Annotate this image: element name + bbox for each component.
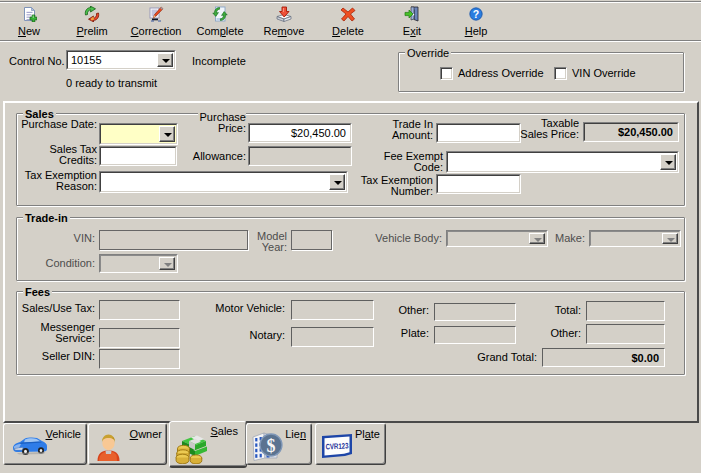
svg-text:?: ? [473, 8, 479, 20]
svg-text:CVR123: CVR123 [325, 441, 349, 451]
svg-text:$: $ [267, 436, 276, 456]
